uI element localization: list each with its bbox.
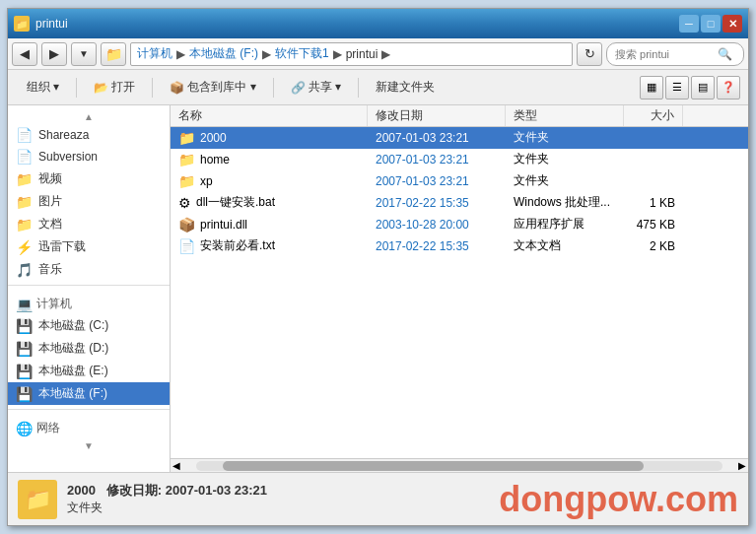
sidebar-item-drive-d[interactable]: 💾 本地磁盘 (D:)	[8, 337, 170, 360]
hscroll-right-arrow[interactable]: ▶	[736, 460, 748, 471]
view-button-2[interactable]: ☰	[665, 76, 689, 100]
file-date-xp: 2007-01-03 23:21	[368, 174, 506, 188]
file-size-txt: 2 KB	[624, 239, 683, 253]
bat-icon: ⚙	[178, 195, 191, 211]
sidebar-network-label: 网络	[36, 420, 60, 436]
scroll-down-arrow[interactable]: ▼	[8, 438, 170, 453]
sidebar-item-subversion[interactable]: 📄 Subversion	[8, 146, 170, 167]
hscroll-left-arrow[interactable]: ◀	[171, 460, 182, 471]
path-drive[interactable]: 本地磁盘 (F:)	[189, 45, 258, 62]
sidebar-item-pictures[interactable]: 📁 图片	[8, 190, 170, 213]
include-button[interactable]: 📦 包含到库中 ▾	[159, 74, 266, 101]
sidebar-item-thunder[interactable]: ⚡ 迅雷下载	[8, 235, 170, 258]
file-area: 名称 修改日期 类型 大小 📁 2000	[171, 105, 748, 472]
main-area: ▲ 📄 Shareaza 📄 Subversion 📁 视频 📁 图片 📁 文档	[8, 105, 748, 472]
column-header-name[interactable]: 名称	[171, 105, 368, 126]
sidebar-item-shareaza[interactable]: 📄 Shareaza	[8, 124, 170, 146]
titlebar: 📁 printui ─ □ ✕	[8, 9, 748, 38]
search-icon: 🔍	[718, 47, 732, 61]
txt-icon: 📄	[178, 238, 195, 254]
file-date-bat: 2017-02-22 15:35	[368, 196, 506, 210]
help-button[interactable]: ❓	[717, 76, 740, 100]
network-icon: 🌐	[16, 421, 33, 436]
file-name-xp: 📁 xp	[171, 173, 368, 189]
path-computer[interactable]: 计算机	[137, 45, 172, 62]
sidebar-item-label-drive-e: 本地磁盘 (E:)	[38, 363, 108, 379]
window-icon: 📁	[14, 16, 30, 32]
sidebar-item-videos[interactable]: 📁 视频	[8, 167, 170, 190]
file-name-2000: 📁 2000	[171, 130, 368, 146]
share-button[interactable]: 🔗 共享 ▾	[280, 74, 352, 101]
search-box[interactable]: 🔍	[606, 42, 744, 66]
file-name-txt: 📄 安装前必看.txt	[171, 237, 368, 254]
search-input[interactable]	[615, 48, 714, 60]
sidebar-item-label-music: 音乐	[38, 261, 62, 278]
file-row-bat[interactable]: ⚙ dll一键安装.bat 2017-02-22 15:35 Windows 批…	[171, 192, 748, 214]
file-type-txt: 文本文档	[506, 237, 624, 254]
subversion-icon: 📄	[16, 149, 33, 165]
forward-button[interactable]: ▶	[41, 42, 67, 66]
path-current: printui	[346, 47, 378, 61]
file-row-xp[interactable]: 📁 xp 2007-01-03 23:21 文件夹	[171, 170, 748, 192]
window: 📁 printui ─ □ ✕ ◀ ▶ ▼ 📁 计算机 ▶ 本地磁盘 (F:) …	[7, 8, 749, 526]
view-button-1[interactable]: ▦	[640, 76, 663, 100]
address-path[interactable]: 计算机 ▶ 本地磁盘 (F:) ▶ 软件下载1 ▶ printui ▶	[130, 42, 573, 66]
file-row-home[interactable]: 📁 home 2007-01-03 23:21 文件夹	[171, 149, 748, 170]
sidebar-item-label-pictures: 图片	[38, 193, 62, 210]
sidebar-item-label-drive-f: 本地磁盘 (F:)	[38, 385, 107, 402]
toolbar-separator-4	[358, 78, 359, 98]
pictures-icon: 📁	[16, 194, 33, 210]
sidebar-item-docs[interactable]: 📁 文档	[8, 213, 170, 235]
addressbar: ◀ ▶ ▼ 📁 计算机 ▶ 本地磁盘 (F:) ▶ 软件下载1 ▶ printu…	[8, 38, 748, 70]
dll-icon: 📦	[178, 217, 195, 233]
drive-e-icon: 💾	[16, 364, 33, 379]
scroll-up-arrow[interactable]: ▲	[8, 109, 170, 124]
toolbar-separator-1	[76, 78, 77, 98]
sidebar-item-drive-c[interactable]: 💾 本地磁盘 (C:)	[8, 314, 170, 337]
folder-xp-icon: 📁	[178, 173, 195, 189]
sidebar-section-computer[interactable]: 💻 计算机	[8, 290, 170, 314]
organize-button[interactable]: 组织 ▾	[16, 74, 70, 101]
minimize-button[interactable]: ─	[679, 15, 699, 33]
dropdown-button[interactable]: ▼	[71, 42, 97, 66]
file-date-txt: 2017-02-22 15:35	[368, 239, 506, 253]
file-name-home: 📁 home	[171, 152, 368, 167]
horizontal-scrollbar[interactable]: ◀ ▶	[171, 458, 748, 472]
sidebar-item-music[interactable]: 🎵 音乐	[8, 258, 170, 281]
sidebar-section-network[interactable]: 🌐 网络	[8, 414, 170, 438]
path-folder[interactable]: 软件下载1	[275, 45, 329, 62]
column-header-size[interactable]: 大小	[624, 105, 683, 126]
sidebar-divider-1	[8, 285, 170, 286]
hscroll-thumb[interactable]	[223, 461, 644, 471]
folder-home-icon: 📁	[178, 152, 195, 167]
back-button[interactable]: ◀	[12, 42, 37, 66]
organize-label: 组织 ▾	[27, 79, 59, 96]
share-icon: 🔗	[291, 81, 306, 95]
column-header-type[interactable]: 类型	[506, 105, 624, 126]
file-row-txt[interactable]: 📄 安装前必看.txt 2017-02-22 15:35 文本文档 2 KB	[171, 235, 748, 257]
refresh-button[interactable]: ↻	[577, 42, 602, 66]
file-name-dll: 📦 printui.dll	[171, 217, 368, 233]
hscroll-track[interactable]	[196, 461, 722, 471]
close-button[interactable]: ✕	[722, 15, 742, 33]
thunder-icon: ⚡	[16, 239, 33, 255]
file-row-2000[interactable]: 📁 2000 2007-01-03 23:21 文件夹	[171, 127, 748, 149]
open-label: 打开	[111, 79, 135, 96]
open-button[interactable]: 📂 打开	[83, 74, 146, 101]
sidebar-item-label-docs: 文档	[38, 216, 62, 233]
file-name-bat: ⚙ dll一键安装.bat	[171, 194, 368, 211]
sidebar-item-label-subversion: Subversion	[38, 150, 98, 164]
folder-icon-button[interactable]: 📁	[101, 42, 126, 66]
newfolder-button[interactable]: 新建文件夹	[365, 74, 446, 101]
maximize-button[interactable]: □	[701, 15, 721, 33]
sidebar-item-drive-f[interactable]: 💾 本地磁盘 (F:)	[8, 382, 170, 405]
column-header-date[interactable]: 修改日期	[368, 105, 506, 126]
view-controls: ▦ ☰ ▤ ❓	[640, 76, 740, 100]
folder-2000-icon: 📁	[178, 130, 195, 146]
open-icon: 📂	[94, 81, 108, 95]
view-button-3[interactable]: ▤	[691, 76, 715, 100]
file-row-dll[interactable]: 📦 printui.dll 2003-10-28 20:00 应用程序扩展 47…	[171, 214, 748, 235]
file-type-dll: 应用程序扩展	[506, 216, 624, 233]
sidebar-item-drive-e[interactable]: 💾 本地磁盘 (E:)	[8, 360, 170, 382]
toolbar: 组织 ▾ 📂 打开 📦 包含到库中 ▾ 🔗 共享 ▾ 新建文件夹 ▦ ☰ ▤ ❓	[8, 70, 748, 105]
